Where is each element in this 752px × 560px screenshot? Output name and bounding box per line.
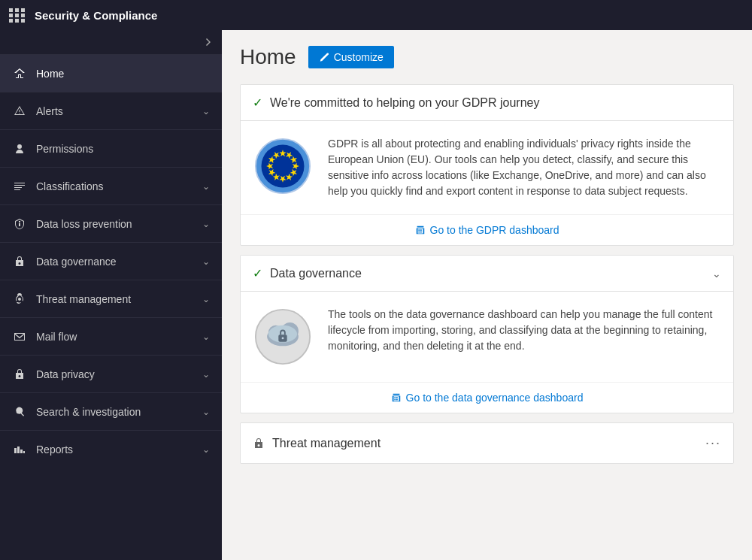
- edit-icon: [319, 52, 329, 62]
- sidebar-item-permissions-label: Permissions: [36, 143, 210, 155]
- topbar: Security & Compliance: [0, 0, 752, 30]
- lock-icon: [12, 254, 27, 269]
- chevron-down-icon: ⌄: [202, 369, 210, 380]
- chevron-down-icon: ⌄: [202, 444, 210, 455]
- main-layout: Home Alerts ⌄ Permissions: [0, 30, 752, 560]
- threat-management-card: Threat management ···: [240, 422, 734, 464]
- threat-management-card-title: Threat management: [272, 437, 698, 450]
- main-content: Home Customize ✓ We're committed to help…: [222, 30, 752, 560]
- gdpr-card: ✓ We're committed to helping on your GDP…: [240, 84, 734, 246]
- gdpr-card-body: GDPR is all about protecting and enablin…: [241, 121, 733, 214]
- collapse-chevron-icon: ⌄: [712, 268, 721, 280]
- sidebar-item-dlp-label: Data loss prevention: [36, 218, 202, 230]
- gdpr-card-header: ✓ We're committed to helping on your GDP…: [241, 85, 733, 120]
- gdpr-card-title: We're committed to helping on your GDPR …: [270, 96, 721, 110]
- search-icon: [12, 404, 27, 419]
- chevron-down-icon: ⌄: [202, 294, 210, 304]
- sidebar-item-classifications[interactable]: Classifications ⌄: [0, 167, 222, 204]
- data-governance-card-body: The tools on the data governance dashboa…: [241, 292, 733, 382]
- checkmark-icon: ✓: [253, 266, 262, 280]
- sidebar-item-threat-management[interactable]: Threat management ⌄: [0, 280, 222, 317]
- classifications-icon: [12, 179, 27, 194]
- sidebar-item-home-label: Home: [36, 68, 210, 80]
- sidebar-item-alerts-label: Alerts: [36, 105, 202, 117]
- chevron-down-icon: ⌄: [202, 106, 210, 117]
- data-governance-card-text: The tools on the data governance dashboa…: [328, 307, 721, 354]
- sidebar-item-data-loss-prevention[interactable]: Data loss prevention ⌄: [0, 204, 222, 242]
- sidebar-item-home[interactable]: Home: [0, 54, 222, 92]
- sidebar-collapse-button[interactable]: [0, 30, 222, 54]
- data-governance-card-title: Data governance: [270, 267, 705, 280]
- more-options-icon[interactable]: ···: [705, 435, 721, 451]
- page-title: Home: [240, 45, 296, 69]
- sidebar-item-data-governance[interactable]: Data governance ⌄: [0, 242, 222, 280]
- sidebar-item-reports-label: Reports: [36, 443, 202, 456]
- data-governance-card: ✓ Data governance ⌄: [240, 255, 734, 413]
- chart-icon: [12, 442, 27, 457]
- chevron-down-icon: ⌄: [202, 331, 210, 342]
- gdpr-card-footer: Go to the GDPR dashboard: [241, 214, 733, 245]
- sidebar-item-data-privacy[interactable]: Data privacy ⌄: [0, 355, 222, 392]
- sidebar: Home Alerts ⌄ Permissions: [0, 30, 222, 560]
- chevron-down-icon: ⌄: [202, 256, 210, 267]
- alert-icon: [12, 104, 27, 119]
- chevron-down-icon: ⌄: [202, 407, 210, 417]
- data-governance-card-header[interactable]: ✓ Data governance ⌄: [241, 256, 733, 291]
- sidebar-item-mail-flow[interactable]: Mail flow ⌄: [0, 317, 222, 355]
- lock-icon: [253, 437, 265, 450]
- svg-point-21: [282, 337, 284, 339]
- chevron-down-icon: ⌄: [202, 219, 210, 229]
- data-governance-card-footer: Go to the data governance dashboard: [241, 382, 733, 413]
- sidebar-item-dg-label: Data governance: [36, 256, 202, 268]
- sidebar-item-reports[interactable]: Reports ⌄: [0, 430, 222, 468]
- mail-icon: [12, 329, 27, 344]
- sidebar-item-search-investigation[interactable]: Search & investigation ⌄: [0, 392, 222, 430]
- dashboard-link-icon: [415, 225, 426, 235]
- chevron-down-icon: ⌄: [202, 181, 210, 192]
- biohazard-icon: [12, 292, 27, 307]
- dashboard-link-icon: [391, 392, 402, 403]
- sidebar-item-alerts[interactable]: Alerts ⌄: [0, 92, 222, 129]
- page-header: Home Customize: [240, 45, 734, 69]
- gdpr-dashboard-link[interactable]: Go to the GDPR dashboard: [415, 224, 559, 236]
- gdpr-card-text: GDPR is all about protecting and enablin…: [328, 136, 721, 199]
- person-icon: [12, 141, 27, 156]
- sidebar-item-threat-label: Threat management: [36, 293, 202, 305]
- data-governance-dashboard-link[interactable]: Go to the data governance dashboard: [391, 392, 584, 404]
- checkmark-icon: ✓: [253, 95, 262, 110]
- sidebar-item-search-label: Search & investigation: [36, 406, 202, 418]
- sidebar-item-permissions[interactable]: Permissions: [0, 129, 222, 167]
- app-title: Security & Compliance: [35, 9, 157, 22]
- eu-flag-image: [253, 136, 313, 196]
- svg-point-0: [18, 298, 21, 301]
- sidebar-item-classifications-label: Classifications: [36, 180, 202, 192]
- customize-button[interactable]: Customize: [308, 46, 394, 68]
- home-icon: [12, 66, 27, 81]
- app-launcher-icon[interactable]: [9, 8, 26, 23]
- threat-management-card-header[interactable]: Threat management ···: [241, 423, 733, 463]
- privacy-lock-icon: [12, 367, 27, 382]
- sidebar-item-mail-label: Mail flow: [36, 331, 202, 343]
- sidebar-item-privacy-label: Data privacy: [36, 368, 202, 380]
- data-governance-image: [253, 307, 313, 367]
- lock-shield-icon: [12, 216, 27, 232]
